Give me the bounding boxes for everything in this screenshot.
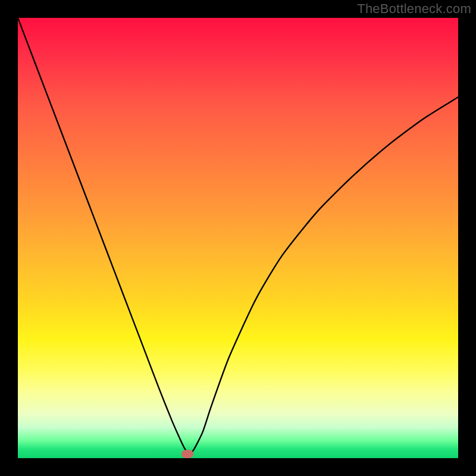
chart-frame: TheBottleneck.com: [0, 0, 476, 476]
watermark-text: TheBottleneck.com: [357, 1, 471, 17]
plot-area: [18, 18, 458, 458]
bottleneck-curve: [18, 18, 458, 454]
curve-svg: [18, 18, 458, 458]
optimal-point-marker: [181, 450, 193, 458]
